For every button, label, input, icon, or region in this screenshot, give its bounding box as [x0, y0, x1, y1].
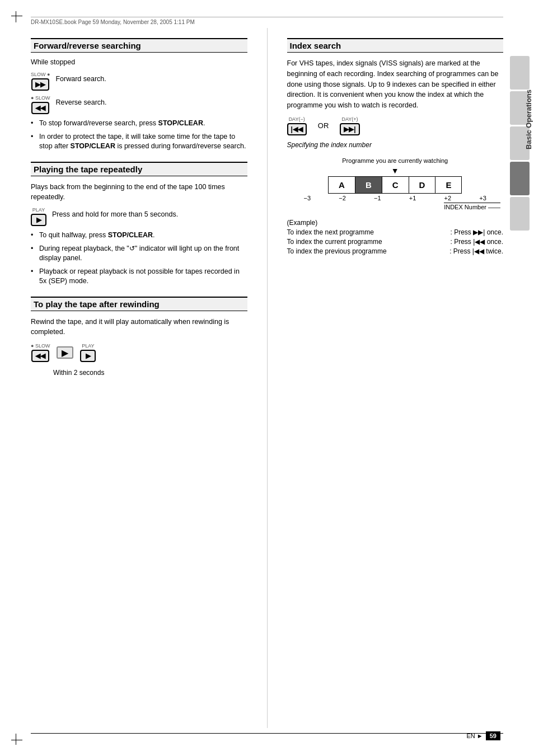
sidebar-tab-5[interactable] [510, 197, 530, 231]
forward-btn-group: SLOW ● ▶▶ [31, 72, 50, 91]
example-action-1: : Press ▶▶| once. [451, 228, 503, 236]
day-plus-button-icon[interactable]: ▶▶| [340, 123, 359, 135]
index-cell-c: C [382, 176, 409, 193]
file-path-bar: DR-MX10SE.book Page 59 Monday, November … [31, 17, 512, 25]
play-repeat-desc: Press and hold for more than 5 seconds. [52, 209, 178, 220]
day-minus-btn-group: DAY(−) |◀◀ [287, 116, 307, 135]
rewind-button-icon[interactable]: ◀◀ [31, 350, 49, 362]
play-label-above: PLAY [32, 207, 45, 213]
example-section: (Example) To index the next programme : … [287, 219, 504, 255]
example-label-2: To index the current programme [287, 238, 382, 246]
file-path-text: DR-MX10SE.book Page 59 Monday, November … [31, 19, 195, 25]
index-table: A B C D E [328, 176, 462, 194]
repeat-bullets: To quit halfway, press STOP/CLEAR. Durin… [31, 231, 247, 287]
index-cell-e: E [435, 176, 462, 193]
play-repeat-btn-group: PLAY ▶ [31, 207, 46, 226]
rewind-section: To play the tape after rewinding Rewind … [31, 297, 247, 378]
play-after-rewind-label: PLAY [82, 343, 94, 349]
rewind-desc: Rewind the tape, and it will play automa… [31, 317, 247, 338]
sidebar-tab-4-active[interactable] [510, 162, 530, 195]
forward-button-icon[interactable]: ▶▶ [31, 78, 49, 91]
play-repeat-row: PLAY ▶ Press and hold for more than 5 se… [31, 207, 247, 226]
right-sidebar: Basic Operations [503, 0, 534, 756]
reverse-button-icon[interactable]: ◀◀ [31, 102, 49, 114]
forward-reverse-section: Forward/reverse searching While stopped … [31, 38, 247, 152]
corner-mark-bl [11, 728, 28, 745]
example-label-1: To index the next programme [287, 228, 374, 236]
example-row-3: To index the previous programme : Press … [287, 247, 504, 255]
reverse-btn-group: ● SLOW ◀◀ [31, 95, 50, 114]
corner-mark-tl [11, 11, 28, 28]
index-search-header: Index search [287, 38, 504, 53]
reverse-label-above: ● SLOW [31, 95, 50, 101]
rewind-header: To play the tape after rewinding [31, 297, 247, 311]
day-plus-btn-group: DAY(+) ▶▶| [340, 116, 359, 135]
example-title-row: (Example) [287, 219, 504, 227]
arrow-down: ▼ [287, 166, 504, 175]
example-title: (Example) [287, 219, 318, 227]
index-search-desc: For VHS tapes, index signals (VISS signa… [287, 58, 504, 111]
example-label-3: To index the previous programme [287, 247, 387, 255]
repeat-title: Playing the tape repeatedly [34, 165, 142, 174]
arrow-right-shape: ▶ [57, 346, 73, 359]
example-spacer-2 [385, 238, 448, 246]
repeat-desc: Plays back from the beginning to the end… [31, 182, 247, 203]
day-plus-label-above: DAY(+) [341, 116, 358, 122]
right-column: Index search For VHS tapes, index signal… [282, 28, 504, 728]
reverse-desc: Reverse search. [55, 97, 106, 108]
index-search-title: Index search [290, 41, 341, 50]
index-numbers: −3 −2 −1 +1 +2 +3 [287, 195, 504, 201]
page-prefix: EN ► [467, 732, 483, 739]
index-search-section: Index search For VHS tapes, index signal… [287, 38, 504, 255]
or-row: DAY(−) |◀◀ OR DAY(+) ▶▶| [287, 116, 504, 135]
forward-reverse-header: Forward/reverse searching [31, 38, 247, 53]
repeat-section: Playing the tape repeatedly Plays back f… [31, 162, 247, 287]
day-minus-label-above: DAY(−) [289, 116, 305, 122]
idx-num-p2: +2 [444, 195, 452, 201]
idx-num-p1: +1 [409, 195, 416, 201]
index-num-line: INDEX Number —— [287, 203, 504, 210]
idx-num-m2: −2 [339, 195, 346, 201]
bullet-sep-mode: Playback or repeat playback is not possi… [31, 267, 247, 287]
page-number-area: EN ► 59 [467, 731, 500, 740]
forward-reverse-bullets: To stop forward/reverse search, press ST… [31, 119, 247, 152]
index-table-row: A B C D E [329, 176, 462, 193]
forward-desc: Forward search. [55, 74, 106, 84]
within-seconds-label: Within 2 seconds [53, 368, 247, 378]
forward-reverse-title: Forward/reverse searching [34, 41, 141, 50]
example-spacer-1 [377, 228, 448, 236]
while-stopped-label: While stopped [31, 58, 247, 66]
specifying-title: Specifying the index number [287, 141, 504, 149]
forward-search-row: SLOW ● ▶▶ Forward search. [31, 72, 247, 91]
bottom-border [31, 733, 503, 734]
index-cell-a: A [329, 176, 355, 193]
index-diagram: Programme you are currently watching ▼ A… [287, 157, 504, 210]
play-after-rewind-icon[interactable]: ▶ [80, 350, 96, 362]
rewind-title: To play the tape after rewinding [34, 299, 160, 309]
day-minus-button-icon[interactable]: |◀◀ [287, 123, 307, 135]
reverse-search-row: ● SLOW ◀◀ Reverse search. [31, 95, 247, 114]
idx-num-p3: +3 [479, 195, 486, 201]
index-cell-d: D [409, 176, 435, 193]
or-text: OR [318, 121, 329, 130]
page-number-box: 59 [486, 731, 500, 740]
main-content: Forward/reverse searching While stopped … [31, 28, 503, 728]
example-action-2: : Press |◀◀ once. [451, 238, 503, 246]
sidebar-label: Basic Operations [524, 90, 533, 149]
column-divider [267, 28, 268, 728]
left-column: Forward/reverse searching While stopped … [31, 28, 253, 728]
index-number-label: INDEX Number —— [444, 203, 500, 210]
example-row-2: To index the current programme : Press |… [287, 238, 504, 246]
play-repeat-button-icon[interactable]: ▶ [31, 214, 46, 226]
sidebar-tab-1[interactable] [510, 56, 530, 90]
example-action-3: : Press |◀◀ twice. [449, 247, 503, 255]
rewind-btn-group: ● SLOW ◀◀ [31, 343, 50, 362]
rewind-label-above: ● SLOW [31, 343, 50, 349]
idx-num-m3: −3 [304, 195, 311, 201]
bullet-stop-clear: To stop forward/reverse search, press ST… [31, 119, 247, 129]
example-row-1: To index the next programme : Press ▶▶| … [287, 228, 504, 236]
programme-label: Programme you are currently watching [287, 157, 504, 164]
bullet-indicator: During repeat playback, the "↺" indicato… [31, 244, 247, 264]
bullet-quit-halfway: To quit halfway, press STOP/CLEAR. [31, 231, 247, 241]
rewind-sequence: ● SLOW ◀◀ ▶ PLAY ▶ [31, 343, 247, 362]
